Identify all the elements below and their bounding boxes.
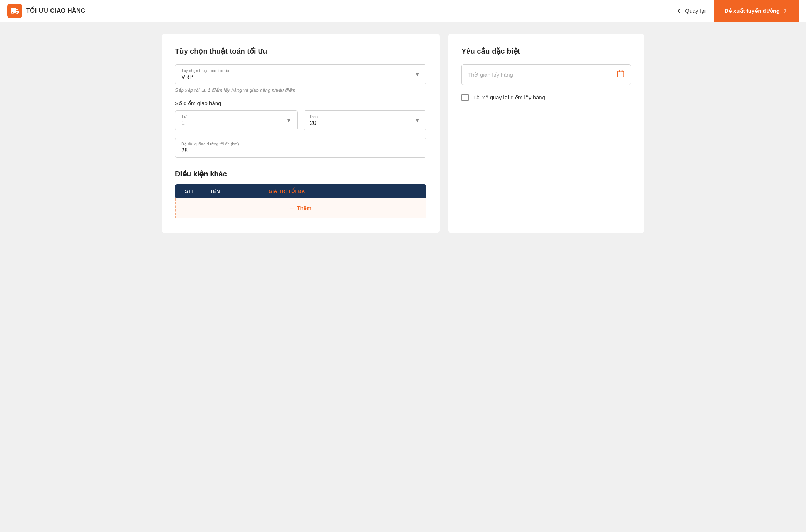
return-checkbox-label: Tài xế quay lại điểm lấy hàng bbox=[473, 94, 545, 101]
from-dropdown-arrow-icon: ▼ bbox=[286, 117, 292, 124]
conditions-table: STT TÊN GIÁ TRỊ TỐI ĐA bbox=[175, 184, 426, 198]
header-actions: Quay lại Đề xuất tuyến đường bbox=[667, 0, 799, 22]
algorithm-select[interactable]: Tùy chọn thuật toán tối ưu VRP ▼ bbox=[175, 64, 426, 84]
propose-button[interactable]: Đề xuất tuyến đường bbox=[714, 0, 799, 22]
to-value: 20 bbox=[310, 120, 420, 126]
distance-label: Độ dài quãng đường tối đa (km) bbox=[181, 142, 420, 147]
left-panel-title: Tùy chọn thuật toán tối ưu bbox=[175, 47, 426, 56]
header: TỐI ƯU GIAO HÀNG Quay lại Đề xuất tuyến … bbox=[0, 0, 806, 22]
logo-icon bbox=[7, 4, 22, 18]
main-content: Tùy chọn thuật toán tối ưu Tùy chọn thuậ… bbox=[147, 22, 659, 245]
right-panel: Yêu cầu đặc biệt Thời gian lấy hàng Tài … bbox=[448, 34, 644, 233]
svg-rect-0 bbox=[618, 71, 624, 77]
right-panel-title: Yêu cầu đặc biệt bbox=[461, 47, 631, 56]
pickup-time-placeholder: Thời gian lấy hàng bbox=[468, 72, 513, 78]
algorithm-select-value: VRP bbox=[181, 74, 420, 80]
back-arrow-icon bbox=[676, 8, 682, 14]
propose-label: Đề xuất tuyến đường bbox=[725, 8, 780, 14]
add-label: Thêm bbox=[297, 205, 311, 211]
delivery-points-label: Số điểm giao hàng bbox=[175, 100, 426, 107]
calendar-icon bbox=[617, 70, 625, 80]
app-title: TỐI ƯU GIAO HÀNG bbox=[26, 7, 85, 14]
back-button[interactable]: Quay lại bbox=[667, 0, 714, 22]
algorithm-hint: Sắp xếp tối ưu 1 điểm lấy hàng và giao h… bbox=[175, 87, 426, 93]
table-header-row: STT TÊN GIÁ TRỊ TỐI ĐA bbox=[175, 184, 426, 198]
algorithm-group: Tùy chọn thuật toán tối ưu VRP ▼ Sắp xếp… bbox=[175, 64, 426, 93]
header-logo: TỐI ƯU GIAO HÀNG bbox=[7, 4, 85, 18]
distance-value: 28 bbox=[181, 147, 420, 154]
pickup-time-input[interactable]: Thời gian lấy hàng bbox=[461, 64, 631, 85]
col-name: TÊN bbox=[204, 184, 263, 198]
from-value: 1 bbox=[181, 120, 292, 126]
col-actions bbox=[397, 184, 426, 198]
propose-arrow-icon bbox=[783, 8, 788, 14]
col-stt: STT bbox=[175, 184, 204, 198]
from-select[interactable]: Từ 1 ▼ bbox=[175, 110, 298, 130]
return-checkbox-row: Tài xế quay lại điểm lấy hàng bbox=[461, 94, 631, 101]
add-icon: + bbox=[290, 204, 294, 212]
to-dropdown-arrow-icon: ▼ bbox=[414, 117, 420, 124]
to-select[interactable]: Đến 20 ▼ bbox=[304, 110, 426, 130]
from-label: Từ bbox=[181, 114, 292, 119]
col-max-value: GIÁ TRỊ TỐI ĐA bbox=[263, 184, 397, 198]
return-checkbox[interactable] bbox=[461, 94, 469, 101]
left-panel: Tùy chọn thuật toán tối ưu Tùy chọn thuậ… bbox=[162, 34, 440, 233]
distance-input[interactable]: Độ dài quãng đường tối đa (km) 28 bbox=[175, 138, 426, 158]
algorithm-select-label: Tùy chọn thuật toán tối ưu bbox=[181, 68, 420, 73]
conditions-title: Điều kiện khác bbox=[175, 170, 426, 178]
delivery-points-row: Từ 1 ▼ Đến 20 ▼ bbox=[175, 110, 426, 130]
to-label: Đến bbox=[310, 114, 420, 119]
algorithm-dropdown-arrow-icon: ▼ bbox=[414, 71, 420, 78]
add-condition-button[interactable]: + Thêm bbox=[175, 198, 426, 218]
back-label: Quay lại bbox=[685, 8, 706, 14]
